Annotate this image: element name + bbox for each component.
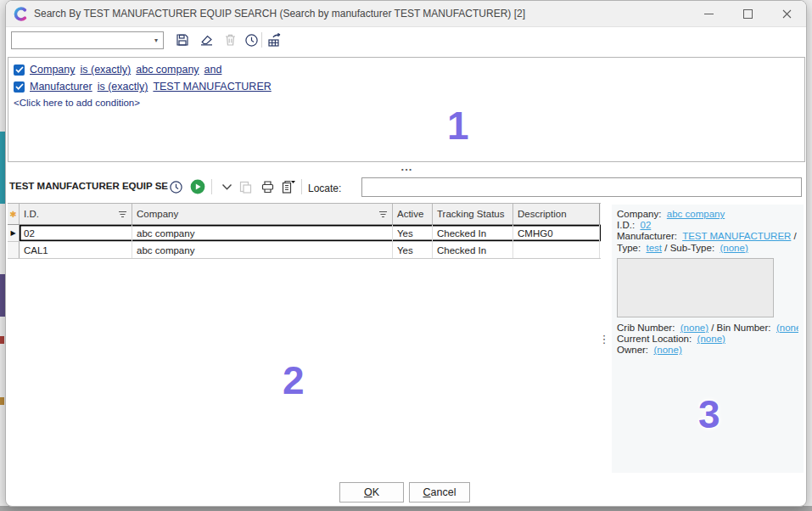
print-icon <box>260 180 275 194</box>
column-header-id[interactable]: I.D. <box>20 204 132 224</box>
company-link[interactable]: abc company <box>667 209 725 219</box>
id-link[interactable]: 02 <box>640 220 651 230</box>
run-icon <box>190 179 205 194</box>
type-label: Type: <box>617 243 641 253</box>
cell-tracking-status[interactable]: Checked In <box>433 225 513 241</box>
column-header-description[interactable]: Description <box>513 204 600 224</box>
screen: Search By TEST MANUFACTURER EQUIP SEARCH… <box>0 0 812 511</box>
window-title: Search By TEST MANUFACTURER EQUIP SEARCH… <box>34 8 689 20</box>
subtype-link[interactable]: (none) <box>720 243 748 253</box>
vertical-splitter[interactable]: ⋮ <box>599 328 609 351</box>
maximize-button[interactable] <box>728 1 767 26</box>
watermark-2: 2 <box>283 357 305 403</box>
sort-icon[interactable] <box>118 211 127 218</box>
delete-search-button[interactable] <box>221 31 238 48</box>
new-row-icon: ✱ <box>9 210 16 219</box>
detail-panel: Company: abc company I.D.: 02 Manufactur… <box>612 205 804 473</box>
column-header-tracking-status[interactable]: Tracking Status <box>433 204 513 224</box>
condition-field-link[interactable]: Manufacturer <box>30 81 92 93</box>
condition-field-link[interactable]: Company <box>30 64 76 76</box>
toolbar-separator <box>211 179 212 194</box>
horizontal-splitter[interactable]: ... <box>6 162 807 172</box>
search-history-button[interactable] <box>243 31 260 48</box>
subtype-label: / Sub-Type: <box>664 243 714 253</box>
condition-conjunction-link[interactable]: and <box>204 64 222 76</box>
crib-number-link[interactable]: (none) <box>680 323 708 333</box>
table-row[interactable]: CAL1 abc company Yes Checked In <box>8 242 601 259</box>
table-row[interactable]: ▶ 02 abc company Yes Checked In CMHG0 <box>8 225 601 242</box>
minimize-button[interactable] <box>689 1 728 26</box>
type-link[interactable]: test <box>647 243 663 253</box>
current-location-label: Current Location: <box>617 334 692 344</box>
paste-icon <box>238 180 253 194</box>
column-header-active[interactable]: Active <box>393 204 433 224</box>
cell-company[interactable]: abc company <box>132 225 393 241</box>
add-condition-link[interactable]: <Click here to add condition> <box>14 98 799 108</box>
cell-id[interactable]: 02 <box>20 225 132 241</box>
cell-description[interactable]: CMHG0 <box>513 225 600 241</box>
toolbar-separator <box>301 179 302 194</box>
search-dialog-window: Search By TEST MANUFACTURER EQUIP SEARCH… <box>5 0 807 507</box>
cancel-button[interactable]: Cancel <box>409 482 470 503</box>
condition-value-link[interactable]: abc company <box>136 64 199 76</box>
copy-icon <box>280 180 296 194</box>
row-selector-cell <box>8 242 20 258</box>
save-search-button[interactable] <box>174 31 191 48</box>
run-search-button[interactable] <box>189 178 206 195</box>
condition-checkbox[interactable] <box>14 81 25 93</box>
condition-operator-link[interactable]: is (exactly) <box>98 81 148 93</box>
condition-panel: Company is (exactly) abc company and Man… <box>8 57 805 162</box>
history-icon <box>244 33 259 48</box>
locate-label: Locate: <box>308 182 341 194</box>
bin-number-link[interactable]: (none) <box>776 323 798 333</box>
owner-link[interactable]: (none) <box>653 345 681 355</box>
chevron-down-icon <box>221 183 232 191</box>
minimize-icon <box>704 14 714 14</box>
new-row-indicator-cell: ✱ <box>8 204 20 224</box>
print-button[interactable] <box>259 178 276 195</box>
paste-button[interactable] <box>237 178 254 195</box>
eraser-icon <box>199 33 214 47</box>
splitter-grip-icon: ⋮ <box>599 336 610 343</box>
titlebar[interactable]: Search By TEST MANUFACTURER EQUIP SEARCH… <box>6 1 806 27</box>
condition-value-link[interactable]: TEST MANUFACTURER <box>153 81 271 93</box>
background-fragment-gold <box>0 397 4 405</box>
show-grid-icon <box>267 33 284 48</box>
cell-id[interactable]: CAL1 <box>20 242 132 258</box>
sort-icon[interactable] <box>378 211 388 218</box>
cell-tracking-status[interactable]: Checked In <box>433 242 513 258</box>
company-label: Company: <box>617 209 661 219</box>
locate-input[interactable] <box>361 177 802 197</box>
cell-company[interactable]: abc company <box>132 242 393 258</box>
background-fragment-red <box>0 336 4 344</box>
current-location-link[interactable]: (none) <box>697 334 725 344</box>
close-button[interactable] <box>767 1 806 26</box>
saved-search-input[interactable] <box>12 33 149 48</box>
manufacturer-link[interactable]: TEST MANUFACTURER <box>682 231 791 241</box>
trash-icon <box>224 33 237 47</box>
manufacturer-suffix: / Mo <box>794 231 798 241</box>
saved-search-combobox[interactable]: ▾ <box>11 31 164 49</box>
clear-conditions-button[interactable] <box>198 31 215 48</box>
cell-active[interactable]: Yes <box>393 242 433 258</box>
copy-button[interactable] <box>279 178 296 195</box>
owner-label: Owner: <box>617 345 648 355</box>
condition-operator-link[interactable]: is (exactly) <box>81 64 132 76</box>
column-header-company[interactable]: Company <box>132 204 393 224</box>
app-logo-icon <box>14 7 28 21</box>
results-table: ✱ I.D. Company Active Tracking Status De… <box>8 203 601 259</box>
table-header-row: ✱ I.D. Company Active Tracking Status De… <box>8 203 601 225</box>
cell-description[interactable] <box>513 242 600 258</box>
toolbar-separator <box>261 32 262 48</box>
cell-active[interactable]: Yes <box>393 225 433 241</box>
row-selector-cell: ▶ <box>8 225 20 241</box>
splitter-grip-icon: ... <box>401 165 413 170</box>
maximize-icon <box>743 9 753 19</box>
condition-checkbox[interactable] <box>14 65 25 76</box>
combo-dropdown-icon[interactable]: ▾ <box>149 32 163 48</box>
ok-button[interactable]: OK <box>339 482 404 503</box>
results-history-button[interactable] <box>167 178 184 195</box>
show-in-grid-button[interactable] <box>266 31 286 48</box>
more-options-button[interactable] <box>218 178 235 195</box>
equipment-photo-placeholder <box>617 258 774 317</box>
